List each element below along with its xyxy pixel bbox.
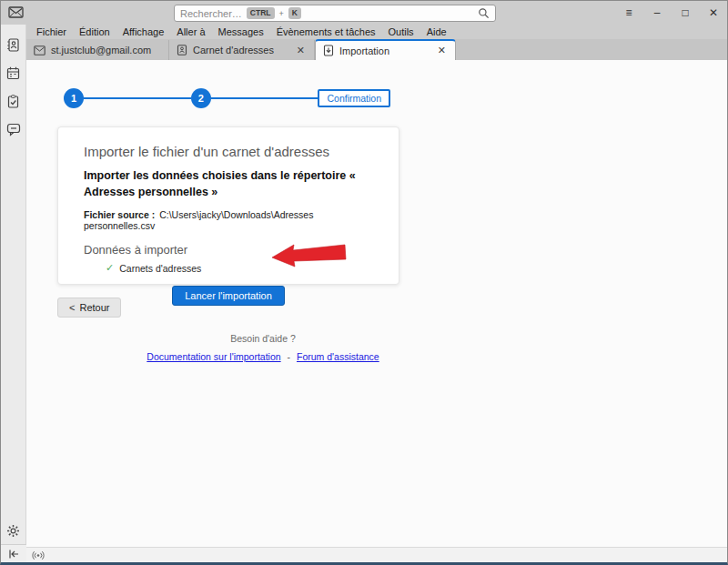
step-connector	[211, 97, 318, 99]
tab-close-icon[interactable]: ✕	[436, 45, 448, 56]
tab-importation[interactable]: Importation ✕	[315, 39, 456, 60]
import-wizard-page: 1 2 Confirmation Importer le fichier d'u…	[26, 60, 727, 547]
help-title: Besoin d'aide ?	[26, 333, 500, 344]
assistance-forum-link[interactable]: Forum d'assistance	[297, 351, 379, 362]
wizard-stepper: 1 2 Confirmation	[64, 88, 390, 108]
title-bar: Rechercher… CTRL + K ≡ – □ ✕	[1, 1, 727, 25]
step-connector	[84, 97, 191, 99]
address-book-tab-icon	[177, 45, 187, 55]
search-placeholder: Rechercher…	[180, 8, 242, 19]
shortcut-plus: +	[279, 9, 284, 18]
shortcut-key-k: K	[288, 7, 301, 18]
mail-tab-icon	[34, 45, 46, 55]
minimize-button[interactable]: –	[649, 6, 665, 19]
start-import-button[interactable]: Lancer l'importation	[172, 286, 285, 306]
main-column: Fichier Édition Affichage Aller à Messag…	[26, 25, 727, 562]
step-2-badge: 2	[191, 88, 211, 108]
import-tab-icon	[323, 45, 334, 56]
menu-outils[interactable]: Outils	[382, 26, 420, 37]
spaces-toolbar	[1, 25, 26, 562]
card-title: Importer le fichier d'un carnet d'adress…	[84, 144, 373, 159]
source-file-line: Fichier source :C:\Users\jacky\Downloads…	[84, 209, 373, 231]
check-icon: ✓	[106, 262, 114, 274]
chat-space-icon[interactable]	[5, 121, 23, 137]
global-search-input[interactable]: Rechercher… CTRL + K	[174, 5, 496, 22]
close-button[interactable]: ✕	[705, 6, 722, 19]
import-summary-card: Importer le fichier d'un carnet d'adress…	[57, 126, 399, 285]
red-arrow-annotation	[270, 239, 347, 272]
tab-mail-account[interactable]: st.justclub@gmail.com	[26, 40, 169, 60]
menu-fichier[interactable]: Fichier	[30, 26, 73, 37]
tasks-space-icon[interactable]	[5, 93, 23, 109]
calendar-space-icon[interactable]	[5, 65, 23, 81]
app-menu-button[interactable]: ≡	[621, 6, 637, 19]
back-button[interactable]: <Retour	[57, 298, 121, 318]
data-item-label: Carnets d'adresses	[119, 263, 201, 274]
status-bar	[26, 547, 727, 562]
menu-bar: Fichier Édition Affichage Aller à Messag…	[26, 25, 727, 39]
maximize-button[interactable]: □	[677, 6, 693, 19]
tab-close-icon[interactable]: ✕	[295, 45, 307, 56]
menu-evenements[interactable]: Évènements et tâches	[270, 26, 382, 37]
shortcut-key-ctrl: CTRL	[247, 7, 275, 18]
card-subtitle: Importer les données choisies dans le ré…	[84, 167, 366, 200]
window-controls: ≡ – □ ✕	[621, 1, 722, 25]
back-button-label: Retour	[79, 302, 109, 313]
thunderbird-window: Rechercher… CTRL + K ≡ – □ ✕	[0, 0, 728, 565]
settings-gear-icon[interactable]	[5, 522, 23, 539]
tab-label: st.justclub@gmail.com	[51, 45, 151, 55]
tab-label: Carnet d'adresses	[193, 45, 274, 55]
tab-label: Importation	[339, 45, 389, 56]
menu-messages[interactable]: Messages	[212, 26, 270, 37]
documentation-link[interactable]: Documentation sur l'importation	[147, 351, 280, 362]
search-icon	[478, 7, 490, 19]
tab-address-book[interactable]: Carnet d'adresses ✕	[169, 40, 315, 60]
menu-aller-a[interactable]: Aller à	[170, 26, 211, 37]
broadcast-status-icon	[32, 550, 45, 560]
menu-aide[interactable]: Aide	[420, 26, 453, 37]
step-1-badge: 1	[64, 88, 84, 108]
mail-space-icon[interactable]	[8, 6, 24, 18]
menu-affichage[interactable]: Affichage	[116, 26, 171, 37]
chevron-left-icon: <	[69, 302, 75, 313]
address-book-space-icon[interactable]	[5, 36, 23, 53]
tab-bar: st.justclub@gmail.com Carnet d'adresses …	[26, 39, 727, 60]
step-confirmation-badge: Confirmation	[318, 89, 390, 107]
collapse-sidebar-button[interactable]	[1, 544, 26, 562]
link-separator: -	[288, 351, 291, 362]
source-file-label: Fichier source :	[84, 209, 155, 220]
help-section: Besoin d'aide ? Documentation sur l'impo…	[26, 333, 500, 362]
menu-edition[interactable]: Édition	[73, 26, 116, 37]
